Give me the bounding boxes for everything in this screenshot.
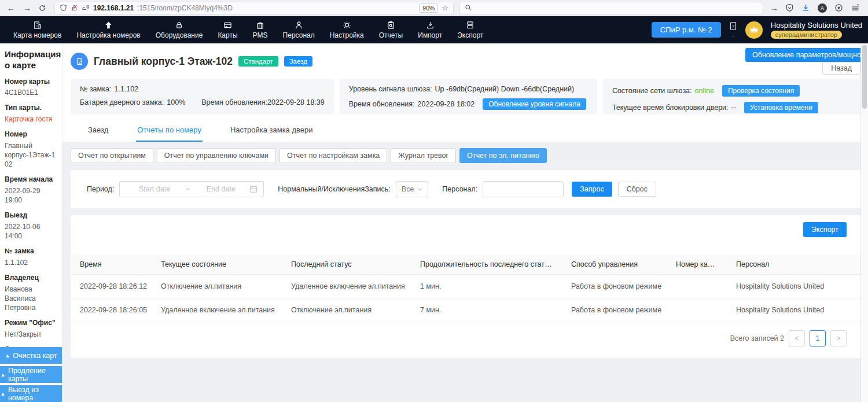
- sidebar-field: Выезд 2022-10-06 14:00: [5, 211, 57, 241]
- power-report-table: ВремяТекущее состояниеПоследний статусПр…: [71, 255, 860, 322]
- url-bar[interactable]: 192.168.1.21:1515/room/zpCK48Mlyq4%3D 90…: [54, 2, 454, 14]
- next-page-button[interactable]: >: [830, 330, 847, 346]
- back-button[interactable]: Назад: [822, 62, 860, 75]
- cell-control-method: Работа в фоновом режиме: [562, 298, 667, 322]
- nav-item-room-setup[interactable]: Настройка номеров: [69, 21, 148, 39]
- sidebar-field: Режим "Офис" Нет/Закрыт: [5, 319, 57, 339]
- cell-duration: 1 мин.: [411, 275, 562, 298]
- signal-info-panel: Уровень сигнала шлюза: Up -69db(Средний)…: [340, 79, 597, 115]
- nav-item-equipment[interactable]: Оборудование: [148, 21, 211, 39]
- set-time-button[interactable]: Установка времени: [744, 102, 818, 113]
- table-body: 2022-09-28 18:26:12 Отключение эл.питани…: [71, 275, 860, 322]
- nav-item-import[interactable]: Импорт: [410, 21, 450, 39]
- crown-icon: [749, 25, 759, 35]
- table-header-cell: Последний статус: [282, 255, 411, 275]
- signal-value: Up -69db(Средний) Down -66db(Средний): [435, 85, 575, 93]
- scrollbar-thumb[interactable]: [862, 45, 867, 109]
- check-status-button[interactable]: Проверка состояния: [722, 85, 800, 97]
- report-type-tabs: Отчет по открытиям Отчет по управлению к…: [71, 148, 860, 163]
- cell-last-status: Отключение эл.питания: [282, 298, 411, 322]
- sidebar-action-button[interactable]: ▲ Продление карты: [0, 366, 62, 383]
- lock-time-value: --: [731, 104, 736, 112]
- report-type-tab[interactable]: Отчет по настройкам замка: [279, 148, 387, 163]
- report-type-tab[interactable]: Отчет по эл. питанию: [459, 148, 547, 163]
- table-row[interactable]: 2022-09-28 18:26:12 Отключение эл.питани…: [71, 275, 860, 298]
- room-tab[interactable]: Заезд: [87, 120, 109, 142]
- triangle-icon: ▲: [0, 371, 6, 378]
- triangle-icon: ▲: [0, 390, 6, 397]
- query-button[interactable]: Запрос: [572, 182, 612, 197]
- cell-staff: Hospitality Solutions United: [727, 275, 860, 298]
- zoom-level-badge[interactable]: 90%: [419, 3, 438, 13]
- browser-back-icon[interactable]: ←: [6, 3, 16, 13]
- date-range-picker[interactable]: Start date ~ End date: [119, 181, 264, 197]
- end-date-placeholder: End date: [192, 185, 249, 193]
- user-name[interactable]: Hospitality Solutions United: [771, 21, 862, 29]
- cell-control-method: Работа в фоновом режиме: [562, 275, 667, 298]
- equipment-lock-icon: [175, 21, 183, 29]
- page-scrollbar[interactable]: [860, 43, 868, 402]
- sidebar-field-label: Владелец: [5, 274, 57, 283]
- chevron-down-icon: [417, 187, 422, 192]
- reset-button[interactable]: Сброс: [618, 182, 656, 197]
- browser-search-bar[interactable]: [459, 2, 763, 14]
- refresh-signal-button[interactable]: Обновление уровня сигнала: [483, 98, 586, 110]
- browser-reload-icon[interactable]: [38, 4, 49, 12]
- downloads-icon[interactable]: [801, 3, 810, 12]
- current-page-button[interactable]: 1: [810, 330, 826, 346]
- url-host: 192.168.1.21: [93, 4, 134, 12]
- table-header-cell: Способ управления: [562, 255, 667, 275]
- browser-forward-icon[interactable]: →: [22, 3, 32, 13]
- shield-icon[interactable]: [60, 4, 67, 12]
- settings-gear-icon: [343, 21, 351, 29]
- table-header-cell: Текущее состояние: [152, 255, 282, 275]
- nav-item-pms[interactable]: PMS: [245, 21, 275, 39]
- report-type-tab[interactable]: Журнал тревог: [391, 148, 456, 163]
- sidebar-action-button[interactable]: ▲ Выезд из номера: [0, 385, 62, 402]
- room-tabs: Заезд Отчеты по номеру Настройка замка д…: [71, 120, 868, 142]
- sidebar-field-label: Номер: [5, 130, 57, 139]
- sidebar-field-value: Главный корпус-1Этаж-102: [5, 141, 57, 169]
- workstation-button[interactable]: СПиР р.м. № 2: [652, 22, 721, 38]
- staff-input[interactable]: [483, 181, 564, 197]
- nav-item-export[interactable]: Экспорт: [450, 21, 491, 39]
- menu-icon[interactable]: [851, 3, 860, 12]
- bookmark-star-icon[interactable]: ☆: [442, 3, 448, 12]
- nav-item-staff[interactable]: Персонал: [275, 21, 322, 39]
- sidebar-field: Номер карты 4C1B01E1: [5, 78, 57, 98]
- sidebar-field: Владелец Иванова Василиса Петровна: [5, 274, 57, 312]
- signal-updated-value: 2022-09-28 18:02: [418, 100, 475, 108]
- room-tab[interactable]: Настройка замка двери: [229, 120, 314, 142]
- insecure-lock-icon[interactable]: [71, 4, 78, 12]
- account-icon[interactable]: A: [818, 3, 827, 13]
- sidebar-action-button[interactable]: ▲ Очистка карт: [0, 347, 62, 364]
- lock-no-value: 1.1.102: [114, 85, 138, 93]
- cell-time: 2022-09-28 18:26:05: [71, 298, 152, 322]
- room-setup-icon: [104, 21, 113, 29]
- update-params-button[interactable]: Обновление параметров/мощности/времени: [745, 48, 868, 62]
- forward-arrow-icon[interactable]: →: [769, 3, 779, 13]
- record-type-select[interactable]: Все: [396, 181, 429, 197]
- table-row[interactable]: 2022-09-28 18:26:05 Удаленное включение …: [71, 298, 860, 322]
- permissions-icon[interactable]: [82, 5, 90, 12]
- sidebar-field-value: Карточка гостя: [5, 115, 57, 124]
- nav-item-settings[interactable]: Настройка: [322, 21, 372, 39]
- avatar[interactable]: [745, 21, 763, 39]
- period-label: Период:: [87, 185, 114, 193]
- pocket-shield-icon[interactable]: [785, 3, 794, 12]
- help-device-icon[interactable]: ? .: [729, 21, 737, 38]
- report-type-tab[interactable]: Отчет по открытиям: [71, 148, 153, 163]
- sidebar-field: № замка 1.1.102: [5, 247, 57, 267]
- prev-page-button[interactable]: <: [789, 330, 805, 346]
- nav-item-cards[interactable]: Карты: [210, 21, 245, 39]
- browser-logo-icon[interactable]: [834, 3, 843, 12]
- nav-item-room-map[interactable]: Карта номеров: [6, 21, 69, 39]
- export-button[interactable]: Экспорт: [803, 222, 847, 237]
- report-type-tab[interactable]: Отчет по управлению ключами: [157, 148, 276, 163]
- table-header-cell: Время: [71, 255, 152, 275]
- sidebar-title: Информация о карте: [5, 49, 57, 71]
- room-tab[interactable]: Отчеты по номеру: [136, 120, 203, 142]
- report-table-card: Экспорт ВремяТекущее состояниеПоследний …: [71, 215, 860, 358]
- battery-value: 100%: [167, 98, 185, 106]
- nav-item-reports[interactable]: Отчеты: [372, 21, 410, 39]
